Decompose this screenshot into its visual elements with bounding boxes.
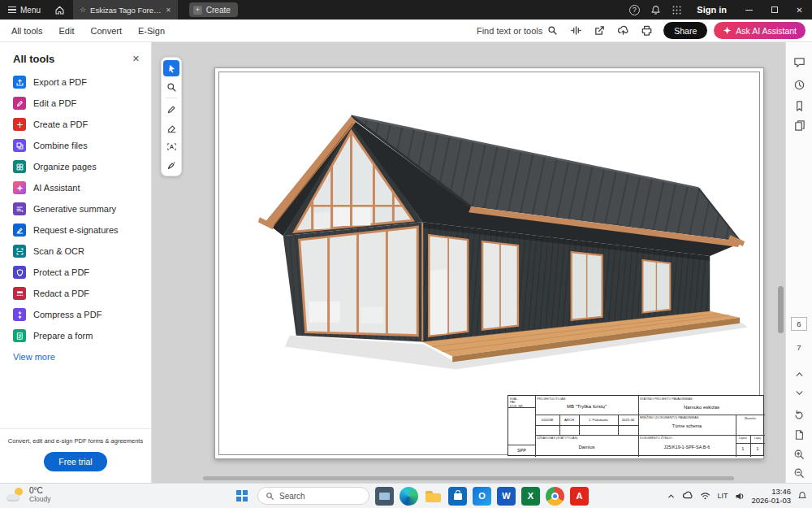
tool-compress-pdf[interactable]: Compress a PDF	[0, 304, 151, 325]
home-button[interactable]	[49, 0, 70, 20]
snapshot-button[interactable]	[789, 425, 809, 445]
read-aloud-button[interactable]	[565, 22, 586, 40]
rotate-page-button[interactable]	[789, 406, 809, 425]
horizontal-scrollbar[interactable]	[166, 475, 771, 481]
word-icon[interactable]: W	[497, 487, 516, 506]
sign-in-button[interactable]: Sign in	[697, 5, 727, 15]
notifications-button[interactable]	[645, 0, 666, 20]
menu-esign[interactable]: E-Sign	[130, 26, 173, 36]
zoom-out-button[interactable]	[789, 463, 809, 483]
close-button[interactable]: ✕	[787, 0, 812, 20]
menu-convert[interactable]: Convert	[83, 26, 131, 36]
edge-icon[interactable]	[400, 487, 418, 506]
tool-scan-ocr[interactable]: Scan & OCR	[0, 241, 151, 262]
star-icon[interactable]: ☆	[80, 6, 86, 14]
document-viewport[interactable]: A	[152, 42, 785, 483]
export-share-button[interactable]	[589, 22, 610, 40]
tool-protect-pdf[interactable]: Protect a PDF	[0, 262, 151, 283]
wifi-icon[interactable]	[700, 491, 710, 501]
document-tab[interactable]: ☆ Eskizas Tago Forest Vila ... ✕	[73, 0, 178, 20]
zoom-in-button[interactable]	[789, 445, 809, 464]
quick-tools-toolbar: A	[161, 57, 182, 176]
tool-request-esignatures[interactable]: Request e-signatures	[0, 219, 151, 241]
tool-label: Protect a PDF	[33, 267, 89, 277]
volume-icon[interactable]	[734, 491, 745, 501]
bookmarks-button[interactable]	[789, 96, 809, 115]
page-thumbnails-button[interactable]	[789, 115, 809, 135]
chrome-icon[interactable]	[546, 487, 564, 506]
folder-icon[interactable]	[424, 487, 443, 506]
tool-edit-pdf[interactable]: Edit a PDF	[0, 93, 151, 114]
tool-label: Redact a PDF	[33, 289, 89, 298]
taskbar-search[interactable]: Search	[257, 487, 369, 505]
excel-icon[interactable]: X	[521, 487, 540, 506]
ask-ai-assistant-button[interactable]: Ask AI Assistant	[714, 22, 806, 39]
select-tool-button[interactable]	[163, 60, 179, 76]
draw-tool-button[interactable]	[163, 101, 179, 117]
vertical-scrollbar[interactable]	[777, 44, 784, 473]
tool-combine-files[interactable]: Combine files	[0, 135, 151, 156]
free-trial-button[interactable]: Free trial	[44, 452, 107, 471]
start-button[interactable]	[232, 486, 252, 506]
restore-icon	[771, 7, 778, 13]
next-page-button[interactable]	[789, 383, 809, 402]
tool-label: Scan & OCR	[33, 246, 84, 256]
store-icon[interactable]	[448, 487, 467, 506]
eraser-tool-button[interactable]	[163, 119, 179, 136]
tool-prepare-form[interactable]: Prepare a form	[0, 325, 151, 346]
menu-all-tools[interactable]: All tools	[3, 26, 51, 36]
system-tray: LIT 13:46 2026-01-03	[667, 484, 807, 508]
find-tools-button[interactable]: Find text or tools	[477, 25, 558, 36]
view-more-link[interactable]: View more	[0, 346, 151, 367]
tray-chevron-up-icon[interactable]	[667, 492, 676, 501]
history-button[interactable]	[789, 75, 809, 94]
tool-generative-summary[interactable]: Generative summary	[0, 198, 151, 219]
comments-button[interactable]	[789, 52, 809, 72]
create-label: Create	[206, 6, 231, 15]
titleblock-scale-label: Mastelis	[736, 417, 765, 420]
titleblock-drawing-label: BRĖŽINIO (DOKUMENTO) PAVADINIMAS:	[640, 416, 699, 419]
file-explorer-pc-icon[interactable]	[375, 487, 394, 506]
tool-organize-pages[interactable]: Organize pages	[0, 156, 151, 177]
minimize-button[interactable]	[736, 0, 762, 20]
printer-icon	[641, 24, 653, 37]
menu-button[interactable]: Menu	[0, 0, 49, 20]
language-indicator[interactable]: LIT	[717, 492, 728, 500]
apps-grid-icon	[672, 5, 682, 15]
titleblock-mark: J25/K19-1-SPF-SA.B-6	[638, 445, 736, 449]
share-button[interactable]: Share	[663, 22, 707, 39]
eraser-icon	[166, 123, 177, 133]
redact-pdf-icon	[13, 287, 26, 300]
tool-export-pdf[interactable]: Export a PDF	[0, 72, 151, 93]
tool-ai-assistant[interactable]: AI Assistant	[0, 177, 151, 198]
tab-close-icon[interactable]: ✕	[166, 7, 171, 14]
menu-edit[interactable]: Edit	[51, 26, 83, 36]
zoom-tool-button[interactable]	[163, 79, 179, 95]
save-to-cloud-button[interactable]	[612, 22, 633, 40]
notification-bell-icon[interactable]	[797, 491, 807, 501]
previous-page-button[interactable]	[789, 364, 809, 384]
current-page-indicator[interactable]: 6	[791, 317, 807, 331]
help-button[interactable]: ?	[624, 0, 645, 20]
toolbar-divider	[166, 98, 177, 98]
tool-create-pdf[interactable]: Create a PDF	[0, 114, 151, 135]
titleblock-kval: KVAL.PAT.DOK. NR.	[510, 397, 524, 408]
outlook-icon[interactable]: O	[473, 487, 491, 506]
esignature-icon	[13, 224, 26, 237]
weather-widget[interactable]: 0°C Cloudy	[6, 486, 50, 503]
scrollbar-thumb[interactable]	[778, 286, 784, 333]
clock-widget[interactable]: 13:46 2026-01-03	[751, 487, 791, 506]
scrollbar-thumb[interactable]	[203, 476, 735, 480]
sign-tool-button[interactable]	[163, 157, 179, 173]
add-text-tool-button[interactable]: A	[163, 138, 179, 154]
print-button[interactable]	[636, 22, 657, 40]
create-button[interactable]: + Create	[189, 2, 238, 17]
acrobat-icon[interactable]: A	[570, 487, 589, 506]
apps-grid-button[interactable]	[666, 0, 687, 20]
organize-pages-icon	[13, 160, 26, 173]
onedrive-cloud-icon[interactable]	[682, 490, 693, 501]
tool-redact-pdf[interactable]: Redact a PDF	[0, 283, 151, 304]
pdf-page[interactable]: KVAL.PAT.DOK. NR. SPP PROJEKTUOTOJAS: MB…	[214, 67, 764, 459]
restore-button[interactable]	[762, 0, 787, 20]
panel-close-icon[interactable]: ✕	[132, 54, 140, 64]
